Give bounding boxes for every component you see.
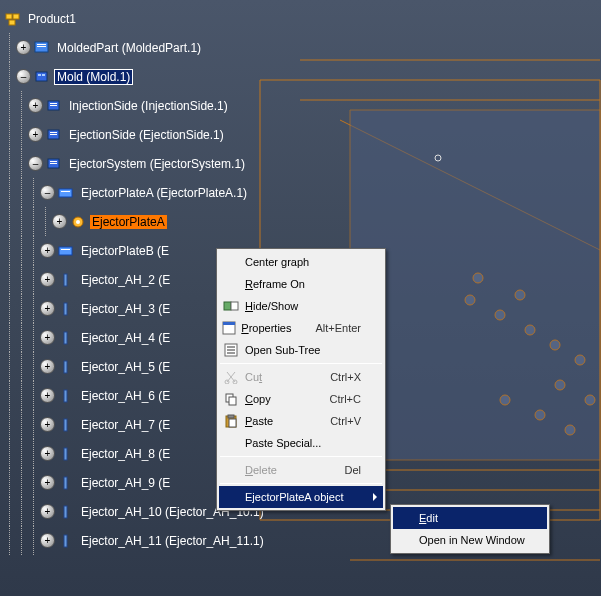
svg-point-8 xyxy=(585,395,595,405)
expand-icon[interactable]: + xyxy=(52,214,67,229)
svg-rect-58 xyxy=(229,397,236,405)
submenu-edit[interactable]: Edit xyxy=(393,507,547,529)
collapse-icon[interactable]: – xyxy=(16,69,31,84)
menu-reframe-on[interactable]: Reframe On xyxy=(219,273,383,295)
svg-rect-48 xyxy=(231,302,238,310)
tree-node-moldedpart[interactable]: + MoldedPart (MoldedPart.1) xyxy=(4,33,267,62)
tree-label: Ejector_AH_7 (E xyxy=(78,417,173,433)
expand-icon[interactable]: + xyxy=(40,243,55,258)
cut-icon xyxy=(221,368,241,386)
separator xyxy=(220,363,382,364)
tree-label: Product1 xyxy=(25,11,79,27)
tree-node-ejectorsystem[interactable]: – EjectorSystem (EjectorSystem.1) xyxy=(4,149,267,178)
svg-rect-14 xyxy=(13,14,19,19)
ejector-icon xyxy=(57,475,75,491)
part-icon xyxy=(33,40,51,56)
tree-label: Ejector_AH_4 (E xyxy=(78,330,173,346)
expand-icon[interactable]: + xyxy=(40,330,55,345)
expand-icon[interactable]: + xyxy=(40,504,55,519)
subtree-icon xyxy=(221,341,241,359)
separator xyxy=(220,483,382,484)
svg-rect-50 xyxy=(223,322,235,325)
tree-node-mold[interactable]: – Mold (Mold.1) xyxy=(4,62,267,91)
svg-rect-36 xyxy=(61,249,70,250)
menu-paste[interactable]: PasteCtrl+V xyxy=(219,410,383,432)
menu-hide-show[interactable]: Hide/Show xyxy=(219,295,383,317)
svg-rect-21 xyxy=(42,74,45,76)
tree-label: Ejector_AH_8 (E xyxy=(78,446,173,462)
assembly-icon xyxy=(45,98,63,114)
tree-node-ejectorplate-a-part[interactable]: + EjectorPlateA xyxy=(4,207,267,236)
ejector-icon xyxy=(57,272,75,288)
menu-cut: CutCtrl+X xyxy=(219,366,383,388)
tree-node-ejectionside[interactable]: + EjectionSide (EjectionSide.1) xyxy=(4,120,267,149)
svg-point-11 xyxy=(500,395,510,405)
collapse-icon[interactable]: – xyxy=(28,156,43,171)
hideshow-icon xyxy=(221,297,241,315)
assembly-icon xyxy=(45,127,63,143)
product-icon xyxy=(4,11,22,27)
submenu-open-new-window[interactable]: Open in New Window xyxy=(393,529,547,551)
tree-node-product[interactable]: Product1 xyxy=(4,4,267,33)
svg-rect-40 xyxy=(64,361,67,373)
properties-icon xyxy=(221,319,237,337)
ejector-icon xyxy=(57,388,75,404)
svg-point-9 xyxy=(535,410,545,420)
gear-icon xyxy=(69,214,87,230)
svg-rect-29 xyxy=(50,161,57,162)
plate-icon xyxy=(57,243,75,259)
expand-icon[interactable]: + xyxy=(40,533,55,548)
svg-rect-32 xyxy=(61,191,70,192)
tree-label: EjectorSystem (EjectorSystem.1) xyxy=(66,156,248,172)
paste-icon xyxy=(221,412,241,430)
expand-icon[interactable]: + xyxy=(40,446,55,461)
svg-point-3 xyxy=(550,340,560,350)
menu-properties[interactable]: PropertiesAlt+Enter xyxy=(219,317,383,339)
tree-node-injectionside[interactable]: + InjectionSide (InjectionSide.1) xyxy=(4,91,267,120)
expand-icon[interactable]: + xyxy=(28,98,43,113)
tree-label: EjectionSide (EjectionSide.1) xyxy=(66,127,227,143)
tree-label: InjectionSide (InjectionSide.1) xyxy=(66,98,231,114)
copy-icon xyxy=(221,390,241,408)
expand-icon[interactable]: + xyxy=(40,301,55,316)
svg-rect-37 xyxy=(64,274,67,286)
svg-rect-30 xyxy=(50,163,57,164)
expand-icon[interactable]: + xyxy=(16,40,31,55)
ejector-icon xyxy=(57,330,75,346)
svg-rect-60 xyxy=(228,415,234,418)
svg-point-5 xyxy=(473,273,483,283)
menu-center-graph[interactable]: Center graph xyxy=(219,251,383,273)
menu-copy[interactable]: CopyCtrl+C xyxy=(219,388,383,410)
svg-point-0 xyxy=(465,295,475,305)
submenu-arrow-icon xyxy=(373,493,377,501)
svg-point-34 xyxy=(76,220,80,224)
svg-rect-17 xyxy=(37,44,46,45)
expand-icon[interactable]: + xyxy=(28,127,43,142)
menu-open-subtree[interactable]: Open Sub-Tree xyxy=(219,339,383,361)
svg-rect-18 xyxy=(37,46,46,47)
svg-rect-31 xyxy=(59,189,72,197)
expand-icon[interactable]: + xyxy=(40,359,55,374)
collapse-icon[interactable]: – xyxy=(40,185,55,200)
tree-node-ejectorplate-a[interactable]: – EjectorPlateA (EjectorPlateA.1) xyxy=(4,178,267,207)
menu-paste-special[interactable]: Paste Special... xyxy=(219,432,383,454)
svg-rect-19 xyxy=(36,72,47,81)
expand-icon[interactable]: + xyxy=(40,272,55,287)
context-menu: Center graph Reframe On Hide/Show Proper… xyxy=(216,248,386,511)
svg-rect-13 xyxy=(6,14,12,19)
svg-point-1 xyxy=(495,310,505,320)
svg-rect-61 xyxy=(229,419,236,427)
svg-rect-23 xyxy=(50,103,57,104)
svg-rect-42 xyxy=(64,419,67,431)
svg-rect-45 xyxy=(64,506,67,518)
menu-object-submenu[interactable]: EjectorPlateA object xyxy=(219,486,383,508)
expand-icon[interactable]: + xyxy=(40,417,55,432)
expand-icon[interactable]: + xyxy=(40,475,55,490)
tree-label: Ejector_AH_6 (E xyxy=(78,388,173,404)
expand-icon[interactable]: + xyxy=(40,388,55,403)
svg-rect-38 xyxy=(64,303,67,315)
tree-label: Ejector_AH_9 (E xyxy=(78,475,173,491)
assembly-icon xyxy=(33,69,51,85)
svg-rect-15 xyxy=(9,20,15,25)
tree-node-ejector[interactable]: +Ejector_AH_11 (Ejector_AH_11.1) xyxy=(4,526,267,555)
